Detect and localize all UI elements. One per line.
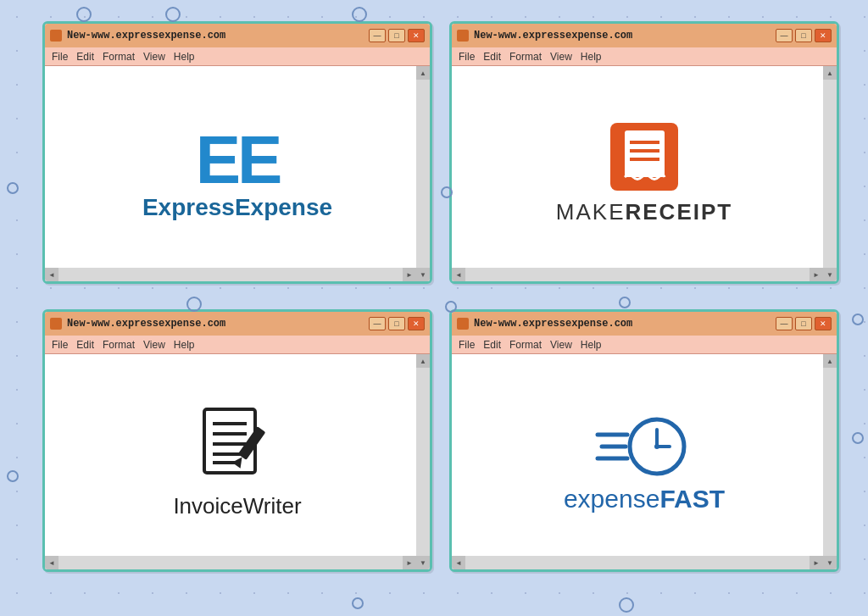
- scroll-down-4[interactable]: ▼: [823, 556, 837, 569]
- window-2: New-www.expressexpense.com — □ ✕ File Ed…: [449, 21, 839, 284]
- menu-file-1[interactable]: File: [52, 51, 68, 63]
- menu-format-4[interactable]: Format: [509, 339, 542, 351]
- makereceipt-logo: MAKERECEIPT: [459, 73, 830, 275]
- menu-edit-1[interactable]: Edit: [76, 51, 94, 63]
- window-title-3: New-www.expressexpense.com: [67, 318, 364, 330]
- window-1: New-www.expressexpense.com — □ ✕ File Ed…: [42, 21, 432, 284]
- close-button-1[interactable]: ✕: [408, 29, 425, 42]
- maximize-button-2[interactable]: □: [795, 29, 812, 42]
- scroll-left-3[interactable]: ◄: [45, 556, 58, 569]
- receipt-icon: [610, 123, 678, 191]
- menu-edit-3[interactable]: Edit: [76, 339, 94, 351]
- window-title-4: New-www.expressexpense.com: [474, 318, 771, 330]
- menu-help-1[interactable]: Help: [174, 51, 195, 63]
- content-area-4: expenseFAST ▲ ▼ ◄ ►: [452, 354, 837, 569]
- title-bar-3: New-www.expressexpense.com — □ ✕: [45, 312, 430, 336]
- scroll-up-1[interactable]: ▲: [416, 66, 430, 80]
- menu-file-2[interactable]: File: [459, 51, 475, 63]
- scroll-left-4[interactable]: ◄: [452, 556, 465, 569]
- menu-bar-2: File Edit Format View Help: [452, 47, 837, 66]
- scroll-up-3[interactable]: ▲: [416, 354, 430, 368]
- menu-bar-1: File Edit Format View Help: [45, 47, 430, 66]
- ee-name: ExpressExpense: [142, 194, 332, 221]
- scroll-right-4[interactable]: ►: [810, 556, 823, 569]
- menu-view-1[interactable]: View: [143, 51, 165, 63]
- window-icon-3: [50, 318, 62, 330]
- deco-circle-4: [441, 186, 453, 198]
- menu-file-4[interactable]: File: [459, 339, 475, 351]
- menu-view-2[interactable]: View: [550, 51, 572, 63]
- deco-circle-12: [619, 597, 634, 613]
- window-controls-2: — □ ✕: [776, 29, 832, 42]
- scroll-track-v-2: [823, 80, 837, 268]
- menu-help-3[interactable]: Help: [174, 339, 195, 351]
- expensefast-icon: [593, 411, 695, 483]
- scroll-left-2[interactable]: ◄: [452, 268, 465, 281]
- scroll-down-2[interactable]: ▼: [823, 268, 837, 281]
- maximize-button-1[interactable]: □: [388, 29, 405, 42]
- close-button-2[interactable]: ✕: [815, 29, 832, 42]
- menu-help-2[interactable]: Help: [581, 51, 602, 63]
- invoicewriter-text: InvoiceWriter: [173, 493, 301, 519]
- deco-circle-1: [76, 7, 92, 22]
- expensefast-logo: expenseFAST: [459, 361, 830, 563]
- scroll-track-v-4: [823, 368, 837, 556]
- invoice-writer-icon: [198, 405, 278, 490]
- minimize-button-3[interactable]: —: [369, 317, 386, 330]
- makereceipt-text: MAKERECEIPT: [556, 199, 732, 225]
- v-scrollbar-4: ▲ ▼: [823, 354, 837, 569]
- scroll-left-1[interactable]: ◄: [45, 268, 58, 281]
- menu-bar-3: File Edit Format View Help: [45, 336, 430, 354]
- scroll-track-h-1: [58, 268, 403, 281]
- content-area-2: MAKERECEIPT ▲ ▼ ◄ ►: [452, 66, 837, 281]
- minimize-button-2[interactable]: —: [776, 29, 793, 42]
- expensefast-text: expenseFAST: [564, 485, 725, 513]
- scroll-up-2[interactable]: ▲: [823, 66, 837, 80]
- ee-letters: EE: [196, 126, 280, 194]
- v-scrollbar-1: ▲ ▼: [416, 66, 430, 281]
- menu-help-4[interactable]: Help: [581, 339, 602, 351]
- deco-circle-6: [7, 470, 19, 482]
- makereceipt-make: MAKE: [556, 199, 626, 225]
- scroll-up-4[interactable]: ▲: [823, 354, 837, 368]
- menu-format-2[interactable]: Format: [509, 51, 542, 63]
- scroll-right-2[interactable]: ►: [810, 268, 823, 281]
- scroll-down-1[interactable]: ▼: [416, 268, 430, 281]
- menu-format-3[interactable]: Format: [103, 339, 135, 351]
- scroll-track-h-2: [465, 268, 810, 281]
- menu-file-3[interactable]: File: [52, 339, 68, 351]
- menu-edit-2[interactable]: Edit: [483, 51, 501, 63]
- deco-circle-8: [445, 301, 457, 313]
- minimize-button-1[interactable]: —: [369, 29, 386, 42]
- menu-format-1[interactable]: Format: [103, 51, 135, 63]
- deco-circle-7: [186, 297, 202, 312]
- minimize-button-4[interactable]: —: [776, 317, 793, 330]
- deco-circle-13: [352, 597, 364, 609]
- window-icon-4: [457, 318, 469, 330]
- scroll-right-3[interactable]: ►: [403, 556, 416, 569]
- menu-view-4[interactable]: View: [550, 339, 572, 351]
- window-3: New-www.expressexpense.com — □ ✕ File Ed…: [42, 309, 432, 572]
- invoicewriter-logo: InvoiceWriter: [52, 361, 423, 563]
- window-4: New-www.expressexpense.com — □ ✕ File Ed…: [449, 309, 839, 572]
- window-title-2: New-www.expressexpense.com: [474, 30, 771, 42]
- maximize-button-4[interactable]: □: [795, 317, 812, 330]
- menu-view-3[interactable]: View: [143, 339, 165, 351]
- close-button-3[interactable]: ✕: [408, 317, 425, 330]
- h-scrollbar-3: ◄ ►: [45, 556, 416, 569]
- makereceipt-receipt: RECEIPT: [626, 199, 733, 225]
- deco-circle-2: [165, 7, 181, 22]
- scroll-right-1[interactable]: ►: [403, 268, 416, 281]
- v-scrollbar-2: ▲ ▼: [823, 66, 837, 281]
- title-bar-2: New-www.expressexpense.com — □ ✕: [452, 24, 837, 47]
- scroll-down-3[interactable]: ▼: [416, 556, 430, 569]
- deco-circle-5: [7, 182, 19, 194]
- maximize-button-3[interactable]: □: [388, 317, 405, 330]
- window-controls-1: — □ ✕: [369, 29, 425, 42]
- express-expense-logo: EE ExpressExpense: [52, 73, 423, 275]
- scroll-track-v-3: [416, 368, 430, 556]
- scroll-track-h-4: [465, 556, 810, 569]
- svg-rect-0: [625, 130, 665, 177]
- close-button-4[interactable]: ✕: [815, 317, 832, 330]
- menu-edit-4[interactable]: Edit: [483, 339, 501, 351]
